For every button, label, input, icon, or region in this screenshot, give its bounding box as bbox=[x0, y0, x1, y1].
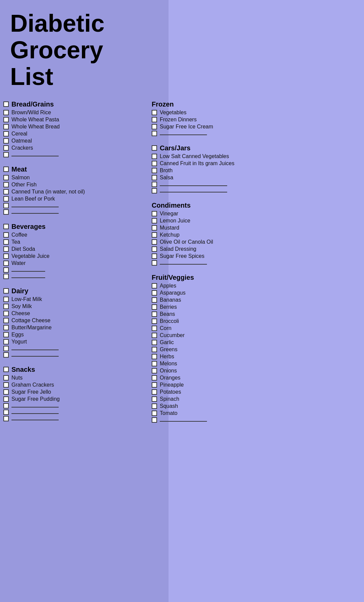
item-checkbox[interactable] bbox=[3, 382, 9, 388]
item-checkbox[interactable] bbox=[152, 283, 157, 289]
list-item: Garlic bbox=[152, 339, 357, 345]
item-checkbox[interactable] bbox=[3, 261, 9, 266]
item-checkbox[interactable] bbox=[152, 382, 157, 388]
item-checkbox[interactable] bbox=[3, 239, 9, 245]
item-checkbox[interactable] bbox=[3, 311, 9, 316]
item-checkbox[interactable] bbox=[152, 239, 157, 245]
item-checkbox[interactable] bbox=[152, 368, 157, 373]
list-item: Spinach bbox=[152, 396, 357, 402]
item-checkbox[interactable] bbox=[3, 189, 9, 194]
list-item: Oatmeal bbox=[3, 138, 145, 144]
item-checkbox[interactable] bbox=[3, 209, 9, 215]
item-checkbox[interactable] bbox=[3, 246, 9, 252]
list-item: Pineapple bbox=[152, 382, 357, 388]
item-checkbox[interactable] bbox=[3, 232, 9, 238]
item-checkbox[interactable] bbox=[152, 417, 157, 423]
item-checkbox[interactable] bbox=[152, 361, 157, 366]
item-checkbox[interactable] bbox=[152, 333, 157, 338]
list-item: Low-Fat Milk bbox=[3, 296, 145, 302]
list-item: Sugar Free Pudding bbox=[3, 396, 145, 402]
item-checkbox[interactable] bbox=[152, 225, 157, 231]
item-checkbox[interactable] bbox=[152, 124, 157, 129]
item-checkbox[interactable] bbox=[152, 389, 157, 395]
item-checkbox[interactable] bbox=[3, 152, 9, 157]
item-checkbox[interactable] bbox=[3, 110, 9, 115]
section-dairy-checkbox[interactable] bbox=[3, 288, 9, 294]
item-checkbox[interactable] bbox=[3, 318, 9, 323]
item-checkbox[interactable] bbox=[152, 168, 157, 173]
list-item: Mustard bbox=[152, 225, 357, 231]
item-checkbox[interactable] bbox=[152, 154, 157, 159]
item-checkbox[interactable] bbox=[152, 232, 157, 238]
item-checkbox[interactable] bbox=[3, 297, 9, 302]
item-checkbox[interactable] bbox=[3, 332, 9, 337]
item-checkbox[interactable] bbox=[3, 325, 9, 330]
item-checkbox[interactable] bbox=[152, 260, 157, 266]
item-checkbox[interactable] bbox=[3, 253, 9, 259]
item-checkbox[interactable] bbox=[152, 403, 157, 409]
item-checkbox[interactable] bbox=[152, 340, 157, 345]
item-checkbox[interactable] bbox=[3, 304, 9, 309]
item-checkbox[interactable] bbox=[3, 117, 9, 122]
item-checkbox[interactable] bbox=[152, 354, 157, 359]
list-item: Vegetables bbox=[152, 110, 357, 116]
item-checkbox[interactable] bbox=[3, 131, 9, 137]
list-item: Salsa bbox=[152, 175, 357, 181]
list-item: Diet Soda bbox=[3, 246, 145, 252]
item-checkbox[interactable] bbox=[3, 175, 9, 180]
item-checkbox[interactable] bbox=[152, 110, 157, 115]
item-checkbox[interactable] bbox=[152, 411, 157, 416]
item-checkbox[interactable] bbox=[3, 124, 9, 129]
list-item: Vinegar bbox=[152, 211, 357, 217]
item-checkbox[interactable] bbox=[3, 346, 9, 351]
item-checkbox[interactable] bbox=[152, 218, 157, 223]
item-checkbox[interactable] bbox=[152, 131, 157, 136]
item-checkbox[interactable] bbox=[3, 410, 9, 415]
item-checkbox[interactable] bbox=[3, 182, 9, 187]
item-checkbox[interactable] bbox=[152, 182, 157, 187]
left-column: Bread/Grains Brown/Wild Rice Whole Wheat… bbox=[3, 100, 148, 431]
item-checkbox[interactable] bbox=[152, 326, 157, 331]
item-checkbox[interactable] bbox=[3, 145, 9, 151]
item-checkbox[interactable] bbox=[152, 211, 157, 216]
item-checkbox[interactable] bbox=[152, 246, 157, 252]
item-checkbox[interactable] bbox=[3, 203, 9, 208]
item-checkbox[interactable] bbox=[152, 297, 157, 303]
item-checkbox[interactable] bbox=[152, 161, 157, 166]
item-checkbox[interactable] bbox=[3, 416, 9, 421]
list-item-blank bbox=[3, 203, 145, 208]
item-checkbox[interactable] bbox=[152, 253, 157, 259]
item-checkbox[interactable] bbox=[3, 339, 9, 344]
item-checkbox[interactable] bbox=[152, 188, 157, 193]
section-bread-grains-checkbox[interactable] bbox=[3, 101, 9, 107]
item-checkbox[interactable] bbox=[3, 375, 9, 381]
section-dairy: Dairy Low-Fat Milk Soy Milk Cheese Cotta… bbox=[3, 287, 145, 358]
list-item-blank bbox=[3, 352, 145, 358]
item-checkbox[interactable] bbox=[3, 196, 9, 202]
item-checkbox[interactable] bbox=[152, 304, 157, 310]
item-checkbox[interactable] bbox=[152, 396, 157, 402]
item-checkbox[interactable] bbox=[3, 138, 9, 144]
item-checkbox[interactable] bbox=[152, 347, 157, 352]
item-checkbox[interactable] bbox=[3, 403, 9, 409]
item-checkbox[interactable] bbox=[152, 290, 157, 296]
list-item: Olive Oil or Canola Oil bbox=[152, 239, 357, 245]
item-checkbox[interactable] bbox=[3, 267, 9, 273]
item-checkbox[interactable] bbox=[3, 352, 9, 358]
section-meat-checkbox[interactable] bbox=[3, 167, 9, 172]
list-item: Tea bbox=[3, 239, 145, 245]
list-item-blank bbox=[3, 346, 145, 351]
item-checkbox[interactable] bbox=[3, 396, 9, 402]
item-checkbox[interactable] bbox=[3, 389, 9, 395]
section-cars-jars: Cars/Jars Low Salt Canned Vegetables Can… bbox=[152, 144, 357, 193]
section-beverages-checkbox[interactable] bbox=[3, 224, 9, 229]
item-checkbox[interactable] bbox=[152, 175, 157, 180]
item-checkbox[interactable] bbox=[3, 274, 9, 279]
section-cars-jars-checkbox[interactable] bbox=[152, 145, 157, 151]
item-checkbox[interactable] bbox=[152, 375, 157, 381]
list-item: Onions bbox=[152, 368, 357, 374]
item-checkbox[interactable] bbox=[152, 311, 157, 317]
item-checkbox[interactable] bbox=[152, 117, 157, 122]
item-checkbox[interactable] bbox=[152, 319, 157, 324]
section-snacks-checkbox[interactable] bbox=[3, 367, 9, 372]
